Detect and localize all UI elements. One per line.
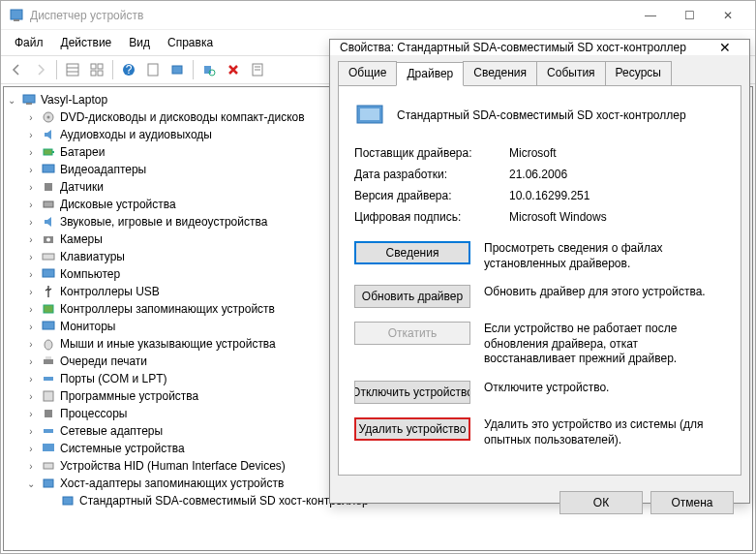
device-header: Стандартный SDA-совместимый SD хост-конт… — [354, 100, 725, 131]
svg-rect-34 — [44, 359, 53, 364]
svg-rect-30 — [43, 269, 54, 277]
minimize-button[interactable]: — — [631, 2, 670, 29]
expander-icon[interactable]: › — [25, 130, 37, 140]
svg-rect-35 — [45, 356, 51, 359]
expander-icon[interactable]: › — [25, 165, 37, 175]
titlebar: Диспетчер устройств — ☐ ✕ — [1, 1, 755, 30]
update-driver-button[interactable]: Обновить драйвер — [354, 285, 470, 308]
expander-icon[interactable]: › — [25, 182, 37, 193]
expander-icon[interactable]: › — [25, 426, 37, 437]
cancel-button[interactable]: Отмена — [650, 491, 734, 514]
dialog-title: Свойства: Стандартный SDA-совместимый SD… — [340, 41, 711, 54]
date-value: 21.06.2006 — [509, 168, 567, 181]
svg-point-28 — [46, 238, 50, 242]
svg-rect-11 — [148, 64, 158, 76]
svg-rect-38 — [45, 410, 52, 417]
svg-rect-37 — [44, 391, 53, 401]
svg-rect-42 — [44, 479, 53, 487]
svg-text:?: ? — [126, 63, 133, 77]
expander-icon[interactable]: › — [25, 269, 37, 280]
tb-props-icon[interactable] — [246, 58, 269, 81]
menu-view[interactable]: Вид — [121, 32, 158, 53]
svg-rect-41 — [44, 463, 53, 469]
tab-details[interactable]: Сведения — [463, 61, 537, 85]
network-icon — [41, 423, 56, 439]
forward-button[interactable] — [29, 58, 52, 81]
tree-root-label: Vasyl-Laptop — [41, 93, 107, 107]
svg-point-21 — [47, 116, 50, 119]
disable-device-desc: Отключите устройство. — [484, 381, 725, 396]
display-icon — [41, 162, 56, 177]
svg-rect-13 — [204, 66, 211, 74]
disk-icon — [41, 197, 56, 212]
svg-rect-5 — [91, 64, 96, 69]
expander-icon[interactable]: › — [25, 147, 37, 158]
device-name: Стандартный SDA-совместимый SD хост-конт… — [397, 108, 686, 122]
tb-doc-icon[interactable] — [141, 58, 165, 81]
maximize-button[interactable]: ☐ — [670, 2, 709, 29]
tb-list-icon[interactable] — [61, 58, 84, 81]
expander-icon[interactable]: › — [25, 356, 37, 367]
expander-icon[interactable]: ⌄ — [25, 478, 37, 489]
svg-rect-0 — [11, 10, 22, 19]
expander-icon[interactable]: › — [25, 252, 37, 262]
tb-help-icon[interactable]: ? — [117, 58, 140, 81]
software-icon — [41, 388, 56, 404]
svg-rect-39 — [44, 429, 53, 433]
back-button[interactable] — [5, 58, 28, 81]
cpu-icon — [41, 406, 56, 421]
printer-icon — [41, 354, 56, 369]
expander-icon[interactable]: › — [25, 304, 37, 315]
ok-button[interactable]: ОК — [559, 491, 643, 514]
uninstall-device-button[interactable]: Удалить устройство — [354, 417, 470, 441]
expander-icon[interactable]: › — [25, 234, 37, 245]
dialog-footer: ОК Отмена — [330, 483, 749, 526]
port-icon — [41, 371, 56, 386]
disable-device-button[interactable]: Отключить устройство — [354, 381, 470, 404]
expander-icon[interactable]: › — [25, 444, 37, 454]
tb-refresh-icon[interactable] — [166, 58, 189, 81]
tab-resources[interactable]: Ресурсы — [605, 61, 672, 85]
svg-rect-12 — [172, 66, 182, 74]
svg-rect-29 — [43, 254, 54, 260]
sensor-icon — [41, 179, 56, 195]
provider-label: Поставщик драйвера: — [354, 146, 509, 160]
expander-icon[interactable]: › — [25, 217, 37, 228]
tab-events[interactable]: События — [536, 61, 606, 85]
close-button[interactable]: ✕ — [709, 2, 747, 29]
menu-action[interactable]: Действие — [53, 32, 120, 53]
expander-icon[interactable]: ⌄ — [6, 95, 17, 106]
menu-file[interactable]: Файл — [7, 32, 51, 53]
computer-icon — [21, 92, 37, 108]
svg-rect-1 — [14, 19, 19, 21]
tb-scan-icon[interactable] — [197, 58, 221, 81]
svg-rect-24 — [43, 165, 54, 172]
properties-dialog: Свойства: Стандартный SDA-совместимый SD… — [329, 39, 750, 504]
svg-rect-36 — [44, 377, 53, 381]
svg-rect-40 — [43, 444, 54, 451]
expander-icon[interactable]: › — [25, 339, 37, 350]
dialog-close-button[interactable]: ✕ — [711, 40, 740, 55]
tab-strip: Общие Драйвер Сведения События Ресурсы — [330, 55, 749, 85]
tb-grid-icon[interactable] — [85, 58, 108, 81]
svg-rect-26 — [44, 201, 53, 207]
mouse-icon — [41, 336, 56, 352]
svg-rect-8 — [98, 71, 103, 76]
expander-icon[interactable]: › — [25, 461, 37, 472]
tb-delete-icon[interactable] — [222, 58, 245, 81]
menu-help[interactable]: Справка — [160, 32, 221, 53]
svg-rect-32 — [43, 322, 54, 329]
tab-driver[interactable]: Драйвер — [396, 62, 464, 86]
expander-icon[interactable]: › — [25, 322, 37, 332]
disc-icon — [41, 109, 56, 125]
expander-icon[interactable]: › — [25, 112, 37, 123]
driver-details-button[interactable]: Сведения — [354, 241, 470, 264]
expander-icon[interactable]: › — [25, 200, 37, 210]
signature-label: Цифровая подпись: — [354, 210, 509, 224]
expander-icon[interactable]: › — [25, 409, 37, 419]
expander-icon[interactable]: › — [25, 391, 37, 402]
expander-icon[interactable]: › — [25, 374, 37, 385]
rollback-driver-button[interactable]: Откатить — [354, 322, 470, 345]
expander-icon[interactable]: › — [25, 287, 37, 297]
tab-general[interactable]: Общие — [338, 61, 397, 85]
